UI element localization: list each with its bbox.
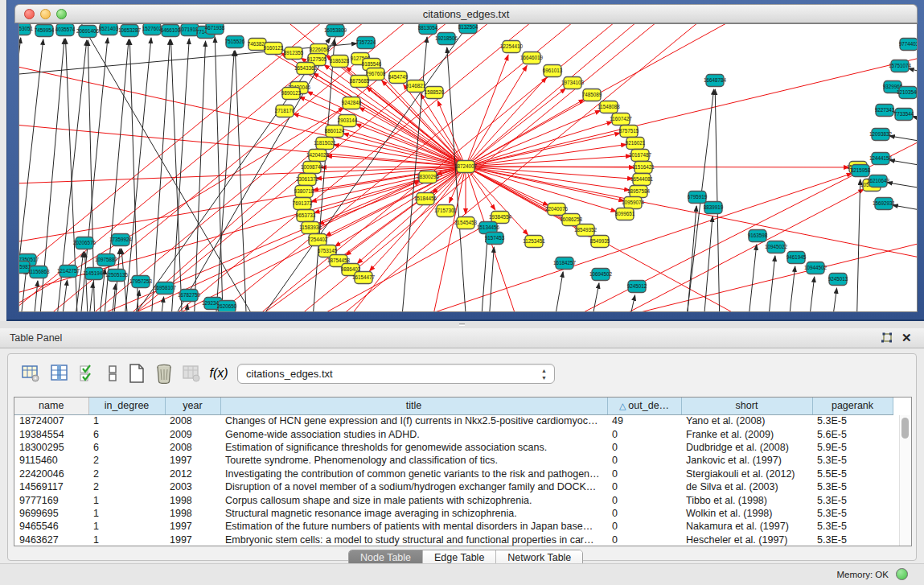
table-cell[interactable]: 9777169 [14,493,88,506]
graph-node[interactable]: 6795919 [688,192,708,204]
float-window-icon[interactable] [880,332,893,345]
table-cell[interactable]: 14569117 [14,480,88,493]
graph-edge-black[interactable] [168,39,189,311]
table-cell[interactable]: 9699695 [14,507,88,520]
table-cell[interactable]: 2 [88,468,165,480]
column-header-pagerank[interactable]: pagerank [812,398,893,414]
graph-edge-black[interactable] [743,245,757,311]
table-cell[interactable]: Embryonic stem cells: a model to study s… [220,534,607,546]
graph-node[interactable]: 10653287 [118,25,142,37]
graph-node[interactable]: 16210643 [867,175,890,187]
graph-edge-black[interactable] [715,89,721,311]
graph-node[interactable]: 7357224 [356,37,376,49]
graph-node[interactable]: 9774403 [899,39,917,51]
column-header-name[interactable]: name [14,398,88,414]
memory-ok-indicator-icon[interactable] [896,568,908,580]
graph-edge-red[interactable] [466,48,917,167]
table-cell[interactable]: Changes of HCN gene expression and I(f) … [220,414,607,427]
graph-node[interactable]: 18549352 [574,225,598,237]
graph-node[interactable]: 9160123 [264,43,284,55]
table-settings-icon[interactable] [19,362,42,385]
graph-node[interactable]: 8813054 [418,24,438,35]
graph-edge-black[interactable] [154,297,164,311]
table-cell[interactable]: 1 [88,414,165,427]
table-cell[interactable]: 9115460 [14,454,88,467]
graph-node[interactable]: 20691406 [76,26,100,38]
table-row[interactable]: 911546021997Tourette syndrome. Phenomeno… [14,454,893,467]
table-cell[interactable]: 5.9E-5 [812,441,893,454]
column-header-out_de[interactable]: △out_de… [607,398,681,414]
table-row[interactable]: 969969511998Structural magnetic resonanc… [14,507,893,520]
graph-node[interactable]: 6961013 [543,65,563,77]
graph-node[interactable]: 8757515 [619,126,639,138]
graph-node[interactable]: 16958107 [154,282,177,295]
graph-node[interactable]: 16646019 [520,52,544,64]
graph-node[interactable]: 8549935 [590,236,610,248]
table-cell[interactable]: 2003 [165,480,220,493]
table-cell[interactable]: 49 [607,414,681,427]
table-cell[interactable]: Disruption of a novel member of a sodium… [220,480,607,493]
table-row[interactable]: 977716911998Corpus callosum shape and si… [14,493,893,506]
table-cell[interactable]: 0 [607,454,681,467]
graph-node[interactable]: 9461945 [786,252,807,264]
graph-node[interactable]: 17359924 [109,234,133,246]
graph-edge-black[interactable] [893,205,917,216]
table-cell[interactable]: 0 [607,468,681,480]
graph-node[interactable]: 16154477 [352,272,376,284]
graph-node[interactable]: 15751074 [889,60,912,72]
graph-node[interactable]: 7485089 [582,89,602,101]
graph-node[interactable]: 9245012 [627,281,647,293]
column-header-year[interactable]: year [165,398,220,414]
graph-node[interactable]: 11516421 [632,162,655,174]
table-cell[interactable]: 5.3E-5 [812,414,893,427]
graph-node[interactable]: 9245013 [828,274,848,286]
graph-node[interactable]: 8132504 [458,24,478,34]
graph-node[interactable]: 16544081 [630,174,654,186]
graph-node[interactable]: 18724007 [454,161,478,173]
table-row[interactable]: 1830029562008Estimation of significance … [14,441,893,454]
table-cell[interactable]: 1 [88,507,165,520]
graph-edge-red[interactable] [466,167,633,179]
table-cell[interactable]: 2008 [165,414,220,427]
table-cell[interactable]: 22420046 [14,468,88,480]
graph-node[interactable]: 2718170 [275,105,295,117]
graph-edge-black[interactable] [447,47,470,311]
table-row[interactable]: 1456911722003Disruption of a novel membe… [14,480,893,493]
rows-icon[interactable] [101,362,124,385]
table-cell[interactable]: 0 [607,534,681,546]
table-row[interactable]: 1938455462009Genome-wide association stu… [14,427,893,440]
column-settings-icon[interactable] [48,362,71,385]
graph-node[interactable]: 14204023 [306,150,330,162]
table-cell[interactable]: 9463627 [14,534,88,546]
table-header-row[interactable]: namein_degreeyeartitle△out_de…shortpager… [14,398,893,414]
column-header-in_degree[interactable]: in_degree [88,398,165,414]
graph-edge-red[interactable] [313,73,466,167]
graph-node[interactable]: 23061372 [296,174,319,186]
graph-node[interactable]: 11815021 [314,138,336,150]
graph-edge-black[interactable] [215,37,224,311]
table-cell[interactable]: 5.3E-5 [812,454,893,467]
graph-edge-red[interactable] [466,77,547,167]
table-cell[interactable]: 1997 [165,454,220,467]
table-cell[interactable]: 1997 [165,534,220,546]
table-cell[interactable]: Structural magnetic resonance image aver… [220,507,607,520]
graph-edge-black[interactable] [546,272,563,311]
node-attribute-table[interactable]: namein_degreeyeartitle△out_de…shortpager… [14,397,912,546]
select-all-icon[interactable] [76,362,98,385]
graph-node[interactable]: 10098744 [301,162,324,174]
table-cell[interactable]: Wolkin et al. (1998) [681,507,812,520]
graph-node[interactable]: 9146821 [406,80,426,93]
graph-node[interactable]: 10944502 [804,262,827,274]
graph-node[interactable]: 9216021 [626,138,646,150]
graph-edge-black[interactable] [478,237,487,311]
table-cell[interactable]: Estimation of the future numbers of pati… [220,520,607,533]
graph-node[interactable]: 19218506 [435,33,458,45]
table-scrollbar-thumb[interactable] [901,418,909,439]
graph-node[interactable]: 10167487 [629,150,652,162]
graph-node[interactable]: 4035574 [55,24,76,36]
table-cell[interactable]: 5.3E-5 [812,520,893,533]
table-row[interactable]: 1872400712008Changes of HCN gene express… [14,414,893,427]
table-cell[interactable]: Investigating the contribution of common… [220,468,607,480]
graph-node[interactable]: 16543362 [294,63,318,75]
graph-node[interactable]: 7691372 [293,198,313,210]
